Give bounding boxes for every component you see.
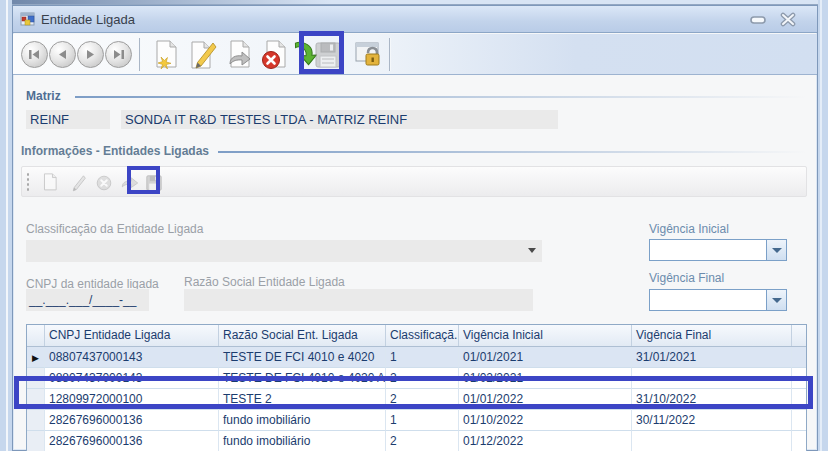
- entidade-ligada-window: Entidade Ligada: [12, 5, 818, 451]
- grid-cell: 28267696000136: [45, 410, 219, 431]
- grid-cell: 08807437000143: [45, 347, 219, 368]
- grid-cell: fundo imobiliário: [219, 431, 386, 451]
- undo-linked-button[interactable]: [118, 171, 142, 194]
- grid-header-filler: [792, 325, 806, 346]
- window-title: Entidade Ligada: [41, 12, 135, 27]
- vigencia-inicial-value: [650, 244, 653, 258]
- grid-row-selector[interactable]: ▶: [27, 347, 45, 368]
- grid-row-filler: [792, 431, 806, 451]
- grid-column-header[interactable]: CNPJ Entidade Ligada: [45, 325, 219, 346]
- last-record-button[interactable]: [105, 41, 132, 68]
- linked-section-line: [218, 151, 807, 153]
- grid-column-header[interactable]: Vigência Final: [632, 325, 792, 346]
- grid-row-annotated[interactable]: 12809972000100TESTE 2201/01/202231/10/20…: [27, 389, 806, 410]
- close-button[interactable]: [777, 11, 799, 28]
- grid-row-selector[interactable]: [27, 431, 45, 451]
- next-record-button[interactable]: [77, 41, 104, 68]
- winforms-app-icon: [20, 12, 35, 26]
- matriz-code-field: REINF: [26, 110, 110, 129]
- titlebar: Entidade Ligada: [13, 6, 817, 33]
- undo-record-button[interactable]: [223, 37, 257, 73]
- vigencia-final-value: [650, 294, 653, 308]
- grid-selector-column-header: [27, 325, 45, 346]
- vigencia-final-label: Vigência Final: [649, 271, 724, 285]
- linked-section-label: Informações - Entidades Ligadas: [21, 144, 209, 158]
- first-record-button[interactable]: [21, 41, 48, 68]
- grid-row-filler: [792, 347, 806, 368]
- grid-column-header[interactable]: Razão Social Ent. Ligada: [219, 325, 386, 346]
- classificacao-label: Classificação da Entidade Ligada: [26, 222, 203, 236]
- security-lock-button[interactable]: [353, 37, 387, 73]
- grid-row-filler: [792, 389, 806, 410]
- vigencia-inicial-label: Vigência Inicial: [649, 222, 729, 236]
- grid-row[interactable]: 28267696000136fundo imobiliário201/12/20…: [27, 431, 806, 451]
- new-record-button[interactable]: [149, 37, 183, 73]
- main-toolbar: [13, 34, 817, 75]
- grid-cell: 01/02/2021: [459, 368, 632, 389]
- grid-cell: fundo imobiliário: [219, 410, 386, 431]
- grid-row[interactable]: 08807437000143TESTE DE FCI 4010 e 4020 A…: [27, 368, 806, 389]
- save-linked-button[interactable]: [142, 171, 166, 194]
- previous-record-button[interactable]: [49, 41, 76, 68]
- toolbar-separator: [139, 38, 140, 71]
- razao-social-label: Razão Social Entidade Ligada: [184, 275, 345, 289]
- vigencia-final-dropdown-button[interactable]: [766, 290, 786, 310]
- grid-cell: 2: [386, 368, 459, 389]
- current-row-marker-icon: ▶: [32, 353, 39, 363]
- grid-cell: TESTE 2: [219, 389, 386, 410]
- toolbar-grip-handle[interactable]: [26, 172, 30, 192]
- grid-cell: 2: [386, 389, 459, 410]
- razao-social-input[interactable]: [184, 289, 533, 311]
- matriz-group-label: Matriz: [26, 89, 61, 103]
- toolbar-separator: [389, 38, 390, 71]
- vigencia-inicial-datepicker[interactable]: [649, 239, 787, 261]
- grid-cell: 01/01/2022: [459, 389, 632, 410]
- vigencia-inicial-dropdown-button[interactable]: [766, 240, 786, 260]
- grid-cell: TESTE DE FCI 4010 e 4020 ALT...: [219, 368, 386, 389]
- minimize-button[interactable]: [747, 11, 769, 28]
- edit-record-button[interactable]: [186, 37, 220, 73]
- delete-linked-button[interactable]: [92, 171, 116, 194]
- grid-column-header[interactable]: Vigência Inicial: [459, 325, 632, 346]
- grid-row-selector[interactable]: [27, 389, 45, 410]
- grid-cell: 12809972000100: [45, 389, 219, 410]
- grid-row[interactable]: ▶08807437000143TESTE DE FCI 4010 e 40201…: [27, 347, 806, 368]
- grid-cell: TESTE DE FCI 4010 e 4020: [219, 347, 386, 368]
- grid-cell: 31/01/2021: [632, 347, 792, 368]
- grid-cell: 28267696000136: [45, 431, 219, 451]
- grid-row[interactable]: 28267696000136fundo imobiliário101/10/20…: [27, 410, 806, 431]
- vigencia-final-datepicker[interactable]: [649, 289, 787, 311]
- save-record-button[interactable]: [311, 37, 345, 73]
- grid-row-filler: [792, 368, 806, 389]
- grid-cell: [632, 431, 792, 451]
- parent-window-right-edge: [818, 0, 828, 451]
- chevron-down-icon: [528, 248, 536, 253]
- grid-cell: 01/10/2022: [459, 410, 632, 431]
- grid-cell: 31/10/2022: [632, 389, 792, 410]
- grid-cell: 1: [386, 347, 459, 368]
- new-linked-button[interactable]: [38, 171, 62, 194]
- grid-row-filler: [792, 410, 806, 431]
- edit-linked-button[interactable]: [65, 171, 89, 194]
- grid-row-selector[interactable]: [27, 368, 45, 389]
- grid-row-selector[interactable]: [27, 410, 45, 431]
- cnpj-mask-value: __.___.___/____-__: [26, 293, 136, 307]
- matriz-group-line: [75, 96, 807, 98]
- linked-entities-grid: CNPJ Entidade LigadaRazão Social Ent. Li…: [26, 324, 807, 451]
- grid-header: CNPJ Entidade LigadaRazão Social Ent. Li…: [27, 325, 806, 347]
- classificacao-combobox[interactable]: [26, 240, 542, 262]
- parent-window-left-edge: [0, 0, 12, 451]
- grid-body: ▶08807437000143TESTE DE FCI 4010 e 40201…: [27, 347, 806, 451]
- grid-cell: 1: [386, 410, 459, 431]
- grid-cell: [632, 368, 792, 389]
- grid-cell: 2: [386, 431, 459, 451]
- cnpj-masked-input[interactable]: __.___.___/____-__: [26, 289, 149, 311]
- grid-column-header[interactable]: Classificaçã...: [386, 325, 459, 346]
- screenshot-frame: Entidade Ligada: [0, 0, 828, 451]
- grid-cell: 30/11/2022: [632, 410, 792, 431]
- linked-entities-toolbar: [21, 166, 807, 197]
- razao-social-value: [184, 293, 187, 307]
- matriz-name-field: SONDA IT R&D TESTES LTDA - MATRIZ REINF: [121, 110, 558, 129]
- grid-cell: 01/01/2021: [459, 347, 632, 368]
- grid-cell: 08807437000143: [45, 368, 219, 389]
